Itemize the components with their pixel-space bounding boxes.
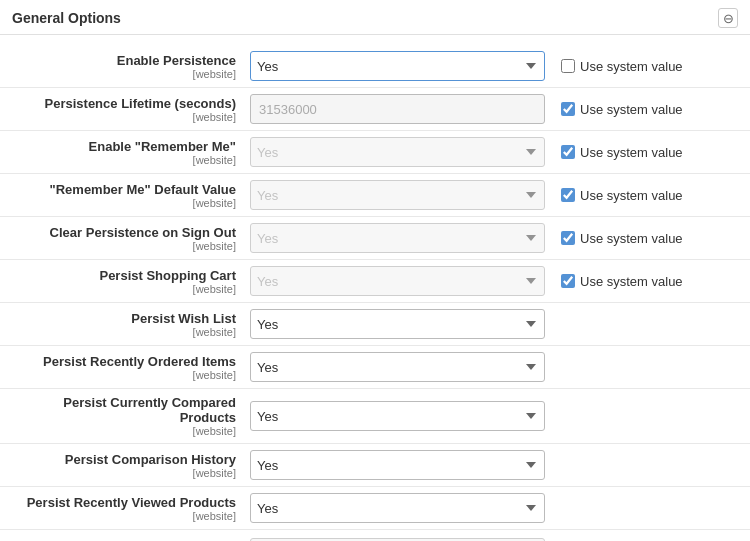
label-main-enable-remember-me: Enable "Remember Me" (10, 139, 236, 154)
select-persist-wish-list[interactable]: YesNo (250, 309, 545, 339)
system-label-persist-shopping-cart[interactable]: Use system value (561, 274, 683, 289)
label-main-persist-comparison-history: Persist Comparison History (10, 452, 236, 467)
system-col-persist-shopping-cart: Use system value (561, 274, 683, 289)
label-sub-persist-shopping-cart: [website] (10, 283, 236, 295)
system-label-text-persist-shopping-cart: Use system value (580, 274, 683, 289)
input-persistence-lifetime (250, 94, 545, 124)
label-sub-persist-recently-viewed: [website] (10, 510, 236, 522)
select-enable-persistence[interactable]: YesNo (250, 51, 545, 81)
label-col-persist-recently-ordered: Persist Recently Ordered Items[website] (10, 354, 250, 381)
system-col-persistence-lifetime: Use system value (561, 102, 683, 117)
label-col-remember-me-default: "Remember Me" Default Value[website] (10, 182, 250, 209)
label-main-enable-persistence: Enable Persistence (10, 53, 236, 68)
form-row-clear-persistence-sign-out: Clear Persistence on Sign Out[website]Ye… (0, 217, 750, 259)
form-row-persist-customer-group: Persist Customer Group Membership and Se… (0, 530, 750, 541)
form-row-persist-compared-products: Persist Currently Compared Products[webs… (0, 389, 750, 443)
form-row-enable-persistence: Enable Persistence[website]YesNoUse syst… (0, 45, 750, 87)
system-label-clear-persistence-sign-out[interactable]: Use system value (561, 231, 683, 246)
label-col-persist-comparison-history: Persist Comparison History[website] (10, 452, 250, 479)
label-sub-enable-remember-me: [website] (10, 154, 236, 166)
label-main-persist-shopping-cart: Persist Shopping Cart (10, 268, 236, 283)
label-sub-persist-recently-ordered: [website] (10, 369, 236, 381)
form-row-persistence-lifetime: Persistence Lifetime (seconds)[website]U… (0, 88, 750, 130)
select-clear-persistence-sign-out: YesNo (250, 223, 545, 253)
system-label-enable-persistence[interactable]: Use system value (561, 59, 683, 74)
select-persist-comparison-history[interactable]: YesNo (250, 450, 545, 480)
select-remember-me-default: YesNo (250, 180, 545, 210)
page-container: General Options ⊖ Enable Persistence[web… (0, 0, 750, 541)
system-label-remember-me-default[interactable]: Use system value (561, 188, 683, 203)
input-col-persist-comparison-history: YesNo (250, 450, 545, 480)
form-row-persist-recently-ordered: Persist Recently Ordered Items[website]Y… (0, 346, 750, 388)
label-col-persist-compared-products: Persist Currently Compared Products[webs… (10, 395, 250, 437)
form-row-persist-recently-viewed: Persist Recently Viewed Products[website… (0, 487, 750, 529)
section-header: General Options ⊖ (0, 0, 750, 35)
input-col-persist-compared-products: YesNo (250, 401, 545, 431)
select-enable-remember-me: YesNo (250, 137, 545, 167)
system-checkbox-persistence-lifetime[interactable] (561, 102, 575, 116)
input-col-enable-persistence: YesNo (250, 51, 545, 81)
system-col-enable-remember-me: Use system value (561, 145, 683, 160)
form-body: Enable Persistence[website]YesNoUse syst… (0, 35, 750, 541)
system-checkbox-enable-remember-me[interactable] (561, 145, 575, 159)
label-col-enable-remember-me: Enable "Remember Me"[website] (10, 139, 250, 166)
input-col-enable-remember-me: YesNo (250, 137, 545, 167)
label-col-persistence-lifetime: Persistence Lifetime (seconds)[website] (10, 96, 250, 123)
system-label-enable-remember-me[interactable]: Use system value (561, 145, 683, 160)
select-persist-compared-products[interactable]: YesNo (250, 401, 545, 431)
label-sub-persist-compared-products: [website] (10, 425, 236, 437)
system-label-text-enable-persistence: Use system value (580, 59, 683, 74)
label-main-persist-recently-ordered: Persist Recently Ordered Items (10, 354, 236, 369)
label-col-persist-wish-list: Persist Wish List[website] (10, 311, 250, 338)
label-col-clear-persistence-sign-out: Clear Persistence on Sign Out[website] (10, 225, 250, 252)
system-col-clear-persistence-sign-out: Use system value (561, 231, 683, 246)
input-col-persist-shopping-cart: YesNo (250, 266, 545, 296)
label-sub-persistence-lifetime: [website] (10, 111, 236, 123)
collapse-button[interactable]: ⊖ (718, 8, 738, 28)
label-col-persist-shopping-cart: Persist Shopping Cart[website] (10, 268, 250, 295)
label-main-clear-persistence-sign-out: Clear Persistence on Sign Out (10, 225, 236, 240)
input-col-persist-recently-viewed: YesNo (250, 493, 545, 523)
system-checkbox-remember-me-default[interactable] (561, 188, 575, 202)
form-row-persist-comparison-history: Persist Comparison History[website]YesNo (0, 444, 750, 486)
select-persist-recently-viewed[interactable]: YesNo (250, 493, 545, 523)
form-row-persist-shopping-cart: Persist Shopping Cart[website]YesNoUse s… (0, 260, 750, 302)
label-sub-enable-persistence: [website] (10, 68, 236, 80)
system-label-text-enable-remember-me: Use system value (580, 145, 683, 160)
system-label-text-persistence-lifetime: Use system value (580, 102, 683, 117)
form-row-persist-wish-list: Persist Wish List[website]YesNo (0, 303, 750, 345)
input-col-remember-me-default: YesNo (250, 180, 545, 210)
system-label-persistence-lifetime[interactable]: Use system value (561, 102, 683, 117)
input-col-persist-recently-ordered: YesNo (250, 352, 545, 382)
label-main-persist-wish-list: Persist Wish List (10, 311, 236, 326)
input-col-persist-wish-list: YesNo (250, 309, 545, 339)
label-sub-clear-persistence-sign-out: [website] (10, 240, 236, 252)
system-label-text-clear-persistence-sign-out: Use system value (580, 231, 683, 246)
label-main-persist-compared-products: Persist Currently Compared Products (10, 395, 236, 425)
label-sub-remember-me-default: [website] (10, 197, 236, 209)
label-sub-persist-wish-list: [website] (10, 326, 236, 338)
label-main-remember-me-default: "Remember Me" Default Value (10, 182, 236, 197)
label-sub-persist-comparison-history: [website] (10, 467, 236, 479)
select-persist-recently-ordered[interactable]: YesNo (250, 352, 545, 382)
form-row-enable-remember-me: Enable "Remember Me"[website]YesNoUse sy… (0, 131, 750, 173)
system-col-remember-me-default: Use system value (561, 188, 683, 203)
label-main-persist-recently-viewed: Persist Recently Viewed Products (10, 495, 236, 510)
page-title: General Options (12, 10, 121, 26)
system-col-enable-persistence: Use system value (561, 59, 683, 74)
label-col-persist-recently-viewed: Persist Recently Viewed Products[website… (10, 495, 250, 522)
system-checkbox-persist-shopping-cart[interactable] (561, 274, 575, 288)
label-main-persistence-lifetime: Persistence Lifetime (seconds) (10, 96, 236, 111)
input-col-persistence-lifetime (250, 94, 545, 124)
input-col-clear-persistence-sign-out: YesNo (250, 223, 545, 253)
form-row-remember-me-default: "Remember Me" Default Value[website]YesN… (0, 174, 750, 216)
select-persist-shopping-cart: YesNo (250, 266, 545, 296)
system-checkbox-enable-persistence[interactable] (561, 59, 575, 73)
system-label-text-remember-me-default: Use system value (580, 188, 683, 203)
system-checkbox-clear-persistence-sign-out[interactable] (561, 231, 575, 245)
label-col-enable-persistence: Enable Persistence[website] (10, 53, 250, 80)
